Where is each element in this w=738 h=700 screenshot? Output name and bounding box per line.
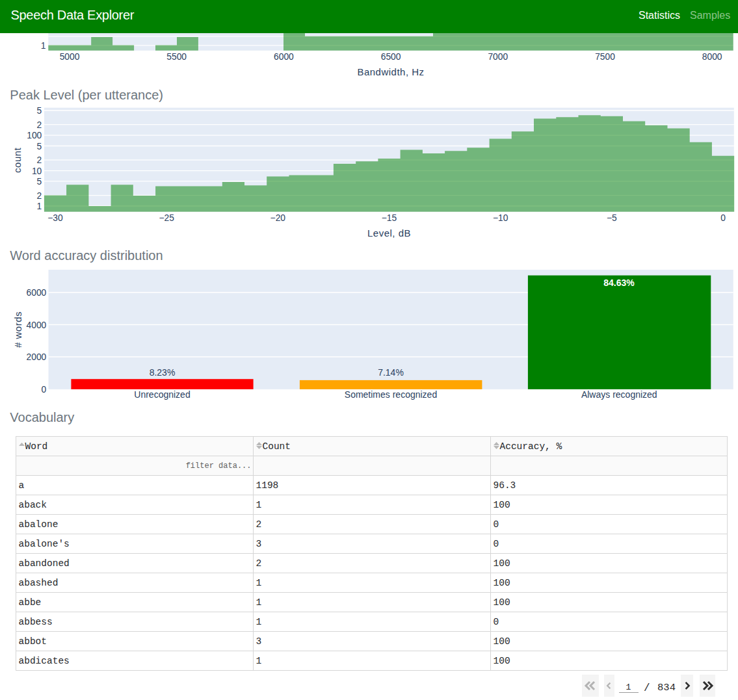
svg-text:5: 5 (37, 142, 42, 151)
svg-text:5: 5 (37, 106, 42, 116)
svg-text:100: 100 (27, 131, 42, 140)
svg-text:5: 5 (37, 177, 42, 187)
svg-text:0: 0 (720, 213, 726, 223)
svg-text:8.23%: 8.23% (150, 367, 176, 378)
svg-text:4000: 4000 (27, 320, 47, 330)
svg-text:# words: # words (12, 311, 23, 348)
svg-text:Unrecognized: Unrecognized (134, 389, 190, 400)
svg-text:Always recognized: Always recognized (581, 389, 657, 400)
svg-text:−5: −5 (607, 213, 617, 223)
svg-text:7.14%: 7.14% (378, 367, 404, 378)
svg-text:2000: 2000 (27, 352, 47, 362)
svg-text:5500: 5500 (166, 52, 187, 62)
svg-text:Sometimes recognized: Sometimes recognized (345, 389, 437, 400)
svg-text:−20: −20 (270, 213, 286, 223)
svg-text:−25: −25 (159, 213, 174, 223)
svg-text:Bandwidth, Hz: Bandwidth, Hz (357, 66, 424, 77)
svg-text:−30: −30 (47, 213, 63, 223)
svg-text:1: 1 (37, 201, 42, 211)
svg-text:Level, dB: Level, dB (367, 227, 411, 239)
svg-text:−10: −10 (493, 213, 508, 223)
svg-text:5000: 5000 (60, 52, 80, 62)
svg-text:7000: 7000 (488, 52, 508, 62)
svg-text:84.63%: 84.63% (603, 278, 635, 288)
svg-text:6000: 6000 (27, 288, 47, 298)
svg-text:count: count (12, 147, 23, 173)
svg-text:1: 1 (41, 41, 46, 51)
svg-text:10: 10 (32, 166, 42, 176)
svg-text:8000: 8000 (702, 52, 722, 62)
svg-text:−15: −15 (382, 213, 397, 223)
svg-text:2: 2 (37, 155, 42, 165)
svg-text:7500: 7500 (595, 52, 615, 62)
svg-text:0: 0 (42, 385, 47, 395)
svg-text:6500: 6500 (381, 52, 401, 62)
svg-text:6000: 6000 (274, 52, 294, 62)
svg-text:2: 2 (37, 191, 42, 201)
svg-text:2: 2 (37, 120, 42, 130)
